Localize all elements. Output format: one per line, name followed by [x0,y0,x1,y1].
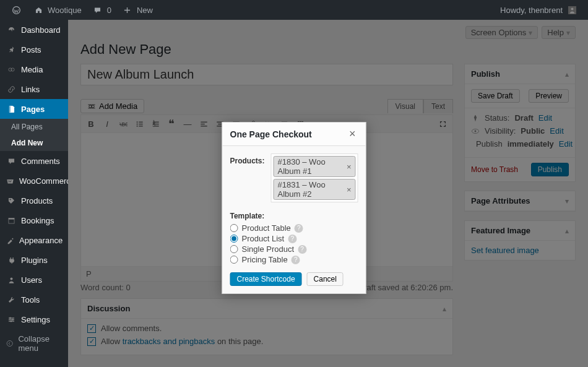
svg-point-5 [9,199,11,200]
sidebar-item-pages[interactable]: Pages [0,99,68,119]
sidebar-label: Users [21,275,42,285]
new-label: New [137,6,153,15]
site-name[interactable]: Wootique [27,0,87,20]
svg-point-2 [571,7,573,10]
template-radio[interactable] [230,235,238,243]
sidebar-item-plugins[interactable]: Plugins [0,250,68,270]
sidebar-label: Dashboard [21,25,61,35]
svg-point-8 [10,277,12,280]
plus-icon [123,6,131,14]
svg-point-12 [9,317,11,319]
sidebar-item-comments[interactable]: Comments [0,151,68,171]
sidebar-label: Products [21,196,53,205]
product-tag: #1830 – Woo Album #1× [274,156,356,177]
calendar-icon [6,215,16,225]
sidebar-item-media[interactable]: Media [0,59,68,79]
cancel-button[interactable]: Cancel [307,272,344,286]
home-icon [35,6,43,14]
sidebar-item-bookings[interactable]: Bookings [0,210,68,230]
template-option[interactable]: Single Product? [230,244,358,254]
modal-close-button[interactable]: × [347,127,358,140]
template-option[interactable]: Product List? [230,233,358,244]
sidebar-label: Pages [21,105,45,114]
admin-sidebar: DashboardPostsMediaLinksPagesAll PagesAd… [0,20,68,367]
help-icon[interactable]: ? [298,245,306,254]
sidebar-item-tools[interactable]: Tools [0,290,68,309]
plugin-icon [6,255,16,265]
sidebar-label: Links [21,85,40,94]
sidebar-item-appearance[interactable]: Appearance [0,230,68,250]
template-radio[interactable] [230,245,238,253]
sidebar-label: Posts [21,45,41,54]
sidebar-item-posts[interactable]: Posts [0,40,68,59]
products-label: Products: [230,153,265,165]
sidebar-label: WooCommerce [19,176,68,186]
new-link[interactable]: New [116,0,158,20]
users-icon [6,275,16,285]
admin-bar: Wootique 0 New Howdy, thenbrent [0,0,588,20]
sidebar-item-settings[interactable]: Settings [0,309,68,329]
svg-point-15 [7,340,12,346]
appearance-icon [6,235,14,245]
howdy[interactable]: Howdy, thenbrent [495,0,583,20]
sidebar-item-dashboard[interactable]: Dashboard [0,20,68,40]
comments-count: 0 [107,6,111,15]
product-tag: #1831 – Woo Album #2× [274,179,356,200]
sidebar-label: Bookings [21,216,54,225]
pin-icon [6,45,16,54]
sidebar-sub-add-new[interactable]: Add New [0,135,68,151]
comment-icon [6,156,16,166]
template-option[interactable]: Product Table? [230,223,358,233]
collapse-icon [6,339,13,348]
sidebar-item-users[interactable]: Users [0,270,68,290]
media-icon [6,64,16,74]
products-input[interactable]: #1830 – Woo Album #1×#1831 – Woo Album #… [271,153,358,202]
dashboard-icon [6,25,16,35]
opc-modal: One Page Checkout × Products: #1830 – Wo… [222,122,366,294]
product-icon [6,196,16,205]
sidebar-label: Appearance [19,236,63,245]
page-icon [6,104,16,114]
template-label: Template: [230,209,358,220]
sidebar-item-products[interactable]: Products [0,191,68,210]
remove-tag-button[interactable]: × [345,162,353,171]
wp-logo[interactable] [5,0,27,20]
sidebar-label: Settings [21,315,50,324]
sidebar-label: Plugins [21,256,48,265]
svg-rect-7 [8,218,14,219]
sidebar-label: Comments [21,157,60,166]
svg-point-4 [11,67,14,71]
create-shortcode-button[interactable]: Create Shortcode [230,272,302,286]
link-icon [6,84,16,94]
avatar-icon [566,4,578,16]
comments-link[interactable]: 0 [87,0,116,20]
sidebar-sub-all-pages[interactable]: All Pages [0,119,68,135]
svg-point-0 [12,6,20,14]
howdy-label: Howdy, thenbrent [500,6,563,15]
remove-tag-button[interactable]: × [345,185,353,194]
sidebar-item-links[interactable]: Links [0,79,68,99]
collapse-menu[interactable]: Collapse menu [0,329,68,358]
modal-title: One Page Checkout [230,129,312,139]
svg-point-14 [10,320,12,322]
help-icon[interactable]: ? [292,256,300,264]
sidebar-label: Media [21,65,43,74]
template-option[interactable]: Pricing Table? [230,254,358,265]
woo-icon [6,176,14,186]
settings-icon [6,314,16,324]
template-radio[interactable] [230,224,238,232]
svg-point-13 [12,319,14,321]
sidebar-item-woocommerce[interactable]: WooCommerce [0,171,68,191]
help-icon[interactable]: ? [295,224,303,233]
sidebar-label: Tools [21,295,40,304]
site-label: Wootique [48,6,82,15]
tools-icon [6,295,16,304]
template-radio[interactable] [230,256,238,264]
comment-icon [93,6,102,14]
help-icon[interactable]: ? [288,235,296,243]
